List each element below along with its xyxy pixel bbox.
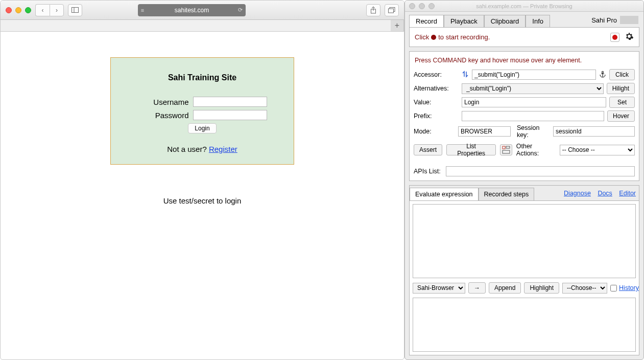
expression-textarea[interactable] bbox=[413, 204, 636, 278]
prefix-label: Prefix: bbox=[414, 112, 459, 120]
maximize-window-button[interactable] bbox=[428, 3, 435, 9]
target-select[interactable]: Sahi-Browser bbox=[413, 283, 465, 294]
window-controls bbox=[6, 7, 31, 13]
svg-rect-9 bbox=[503, 146, 505, 149]
svg-point-6 bbox=[602, 71, 603, 73]
apis-list-label: APIs List: bbox=[414, 168, 441, 175]
maximize-window-button[interactable] bbox=[25, 7, 31, 13]
start-record-button[interactable] bbox=[610, 33, 619, 42]
session-key-input[interactable] bbox=[553, 126, 635, 137]
address-bar[interactable]: ≡ sahitest.com ⟳ bbox=[138, 4, 246, 16]
brand-swatch bbox=[620, 16, 638, 24]
value-input[interactable] bbox=[462, 97, 606, 107]
prefix-input[interactable] bbox=[462, 111, 604, 121]
click-button[interactable]: Click bbox=[609, 69, 635, 80]
evaluate-panel: Evaluate expression Recorded steps Diagn… bbox=[409, 185, 639, 355]
apis-list-input[interactable] bbox=[446, 166, 635, 176]
eval-links: Diagnose Docs Editor bbox=[559, 190, 639, 197]
value-label: Value: bbox=[414, 99, 459, 106]
sahi-titlebar: sahi.example.com — Private Browsing bbox=[405, 1, 643, 12]
list-properties-button[interactable]: List Properties bbox=[446, 144, 496, 155]
reader-icon: ≡ bbox=[141, 7, 144, 13]
history-checkbox[interactable] bbox=[610, 285, 617, 291]
alternatives-select[interactable]: _submit("Login") bbox=[462, 83, 604, 94]
login-button[interactable]: Login bbox=[188, 123, 216, 133]
sahi-main-tab-row: Record Playback Clipboard Info Sahi Pro bbox=[405, 12, 643, 27]
not-a-user-text: Not a user? bbox=[167, 145, 209, 153]
accessor-panel: Press COMMAND key and hover mouse over a… bbox=[409, 51, 639, 181]
username-input[interactable] bbox=[193, 97, 267, 107]
svg-rect-11 bbox=[503, 150, 510, 153]
login-title: Sahi Training Site bbox=[111, 73, 294, 82]
choose-action-select[interactable]: --Choose-- bbox=[562, 283, 607, 294]
login-hint: Use test/secret to login bbox=[110, 196, 294, 205]
run-arrow-button[interactable]: → bbox=[468, 282, 486, 294]
diagnose-link[interactable]: Diagnose bbox=[564, 190, 591, 197]
password-input[interactable] bbox=[193, 110, 267, 120]
tab-playback[interactable]: Playback bbox=[444, 15, 484, 27]
svg-rect-0 bbox=[72, 8, 79, 13]
hilight-button[interactable]: Hilight bbox=[607, 83, 635, 94]
history-link[interactable]: History bbox=[619, 284, 639, 291]
tab-record[interactable]: Record bbox=[409, 15, 444, 27]
reload-icon[interactable]: ⟳ bbox=[238, 7, 243, 13]
forward-button[interactable]: › bbox=[50, 4, 64, 16]
hover-hint: Press COMMAND key and hover mouse over a… bbox=[415, 57, 635, 64]
safari-window: ‹ › ≡ sahitest.com ⟳ + Sahi Training Sit… bbox=[0, 0, 404, 360]
tab-evaluate-expression[interactable]: Evaluate expression bbox=[410, 188, 479, 200]
nav-buttons: ‹ › bbox=[35, 4, 64, 16]
other-actions-label: Other Actions: bbox=[516, 143, 556, 157]
svg-rect-5 bbox=[389, 9, 394, 13]
sahi-controller-window: sahi.example.com — Private Browsing Reco… bbox=[404, 0, 644, 360]
hover-button[interactable]: Hover bbox=[607, 110, 635, 122]
url-text: sahitest.com bbox=[175, 7, 209, 14]
share-button[interactable] bbox=[366, 4, 380, 16]
mode-input[interactable] bbox=[458, 126, 511, 137]
safari-toolbar: ‹ › ≡ sahitest.com ⟳ bbox=[1, 1, 404, 20]
tab-bar: + bbox=[1, 20, 404, 32]
editor-link[interactable]: Editor bbox=[619, 190, 636, 197]
page-content: Sahi Training Site Username Password Log… bbox=[1, 32, 404, 359]
username-label: Username bbox=[138, 98, 189, 106]
close-window-button[interactable] bbox=[409, 3, 415, 9]
record-hint: Click to start recording. bbox=[415, 33, 490, 41]
alternatives-label: Alternatives: bbox=[414, 85, 459, 92]
minimize-window-button[interactable] bbox=[419, 3, 425, 9]
other-actions-select[interactable]: -- Choose -- bbox=[560, 145, 635, 155]
output-textarea[interactable] bbox=[413, 298, 636, 352]
mode-label: Mode: bbox=[414, 128, 455, 135]
assert-button[interactable]: Assert bbox=[414, 144, 442, 155]
sahi-window-title: sahi.example.com — Private Browsing bbox=[476, 3, 572, 9]
session-key-label: Session key: bbox=[517, 124, 550, 139]
append-button[interactable]: Append bbox=[489, 282, 521, 294]
close-window-button[interactable] bbox=[6, 7, 12, 13]
anchor-icon[interactable] bbox=[599, 71, 606, 79]
record-panel: Click to start recording. bbox=[409, 27, 639, 47]
highlight-button[interactable]: Highlight bbox=[524, 282, 559, 294]
pick-element-icon[interactable] bbox=[500, 144, 512, 155]
register-link[interactable]: Register bbox=[209, 145, 237, 153]
tab-clipboard[interactable]: Clipboard bbox=[484, 15, 526, 27]
settings-gear-icon[interactable] bbox=[625, 32, 634, 42]
new-tab-button[interactable]: + bbox=[391, 20, 404, 31]
accessor-input[interactable] bbox=[472, 70, 596, 80]
tabs-button[interactable] bbox=[385, 4, 399, 16]
tab-recorded-steps[interactable]: Recorded steps bbox=[479, 188, 535, 200]
record-dot-icon bbox=[431, 35, 436, 40]
password-label: Password bbox=[138, 111, 189, 120]
docs-link[interactable]: Docs bbox=[598, 190, 612, 197]
sidebar-toggle-button[interactable] bbox=[68, 4, 82, 16]
minimize-window-button[interactable] bbox=[15, 7, 21, 13]
brand-label: Sahi Pro bbox=[591, 16, 638, 24]
up-down-icon[interactable] bbox=[462, 71, 469, 79]
svg-rect-10 bbox=[506, 146, 510, 148]
accessor-label: Accessor: bbox=[414, 71, 459, 78]
login-box: Sahi Training Site Username Password Log… bbox=[110, 57, 294, 165]
tab-info[interactable]: Info bbox=[526, 15, 550, 27]
set-button[interactable]: Set bbox=[609, 97, 635, 108]
back-button[interactable]: ‹ bbox=[35, 4, 50, 16]
